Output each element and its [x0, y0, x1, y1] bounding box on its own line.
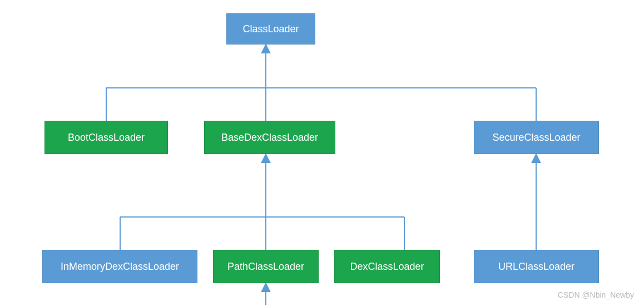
node-label: PathClassLoader	[227, 261, 304, 273]
node-pathclassloader: PathClassLoader	[213, 250, 319, 283]
node-urlclassloader: URLClassLoader	[474, 250, 599, 283]
node-label: DexClassLoader	[350, 261, 424, 273]
node-label: InMemoryDexClassLoader	[61, 261, 179, 273]
watermark-text: CSDN @Nbin_Newby	[558, 290, 634, 299]
node-label: URLClassLoader	[498, 261, 574, 273]
node-dexclassloader: DexClassLoader	[334, 250, 440, 283]
node-label: BaseDexClassLoader	[221, 132, 318, 144]
node-label: ClassLoader	[242, 23, 299, 35]
node-classloader: ClassLoader	[226, 13, 315, 45]
node-secureclassloader: SecureClassLoader	[474, 121, 599, 154]
node-basedexclassloader: BaseDexClassLoader	[204, 121, 335, 154]
node-inmemorydexclassloader: InMemoryDexClassLoader	[42, 250, 197, 283]
node-label: SecureClassLoader	[492, 132, 580, 144]
node-bootclassloader: BootClassLoader	[44, 121, 168, 154]
node-label: BootClassLoader	[68, 132, 145, 144]
